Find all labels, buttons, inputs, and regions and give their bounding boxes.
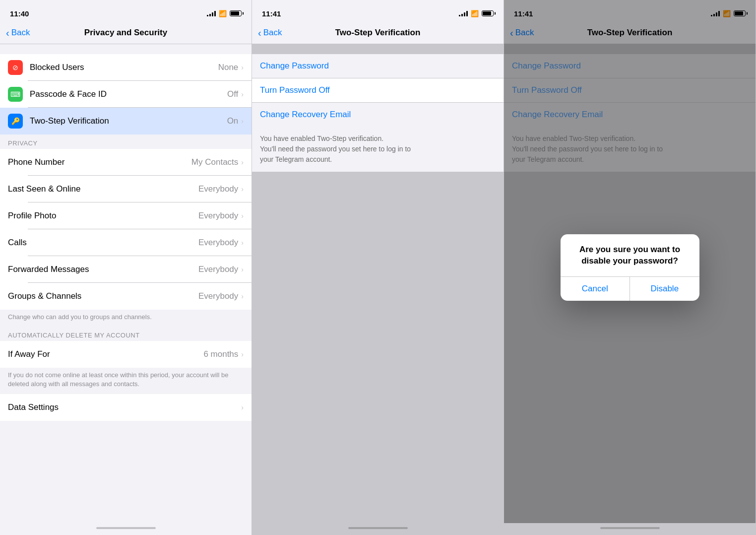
groups-channels-item[interactable]: Groups & Channels Everybody › [0, 283, 252, 310]
privacy-list: Phone Number My Contacts › Last Seen & O… [0, 149, 252, 310]
groups-channels-value: Everybody [198, 291, 238, 301]
dialog-title: Are you sure you want to disable your pa… [568, 244, 692, 266]
home-bar-2 [348, 527, 408, 529]
privacy-footer: Change who can add you to groups and cha… [0, 310, 252, 327]
back-chevron-2: ‹ [258, 27, 261, 39]
blocked-users-label: Blocked Users [30, 63, 218, 72]
passcode-chevron: › [241, 90, 244, 98]
if-away-item[interactable]: If Away For 6 months › [0, 341, 252, 368]
two-step-chevron: › [241, 117, 244, 125]
data-settings-chevron: › [241, 403, 244, 411]
calls-value: Everybody [198, 238, 238, 248]
calls-label: Calls [8, 238, 198, 248]
dialog-buttons: Cancel Disable [561, 277, 699, 301]
phone-number-label: Phone Number [8, 157, 191, 167]
forwarded-messages-item[interactable]: Forwarded Messages Everybody › [0, 256, 252, 283]
back-button-1[interactable]: ‹ Back [6, 27, 30, 39]
auto-delete-section-header: Automatically Delete My Account [0, 327, 252, 341]
battery-icon-2 [482, 10, 494, 16]
nav-bar-2: ‹ Back Two-Step Verification [252, 22, 504, 44]
blocked-users-chevron: › [241, 64, 244, 71]
change-password-item-2[interactable]: Change Password [252, 54, 504, 78]
cancel-button[interactable]: Cancel [561, 277, 630, 301]
back-button-2[interactable]: ‹ Back [258, 27, 282, 39]
security-list: ⊘ Blocked Users None › ⌨ Passcode & Face… [0, 54, 252, 134]
status-icons-2: 📶 [459, 10, 494, 17]
status-bar-1: 11:40 📶 [0, 0, 252, 22]
panel2: 11:41 📶 ‹ Back Two-Step Verification Cha… [252, 0, 504, 535]
disable-button[interactable]: Disable [630, 277, 699, 301]
privacy-section-header: Privacy [0, 134, 252, 149]
two-step-description-2: You have enabled Two-Step verification.Y… [252, 127, 504, 172]
profile-photo-value: Everybody [198, 211, 238, 221]
status-time-1: 11:40 [10, 9, 29, 18]
profile-photo-item[interactable]: Profile Photo Everybody › [0, 202, 252, 229]
two-step-value: On [227, 116, 239, 126]
turn-password-off-item-2[interactable]: Turn Password Off [252, 78, 504, 103]
profile-photo-chevron: › [241, 212, 244, 220]
auto-delete-list: If Away For 6 months › [0, 341, 252, 368]
turn-password-off-label-2: Turn Password Off [260, 85, 330, 95]
two-step-label: Two-Step Verification [30, 116, 227, 126]
data-settings-list: Data Settings › [0, 394, 252, 421]
groups-channels-chevron: › [241, 292, 244, 300]
passcode-item[interactable]: ⌨ Passcode & Face ID Off › [0, 81, 252, 108]
two-step-item[interactable]: 🔑 Two-Step Verification On › [0, 108, 252, 134]
back-label-1: Back [11, 28, 30, 38]
signal-icon-2 [459, 10, 468, 16]
status-icons-1: 📶 [207, 10, 242, 17]
confirm-dialog: Are you sure you want to disable your pa… [561, 234, 699, 300]
dialog-backdrop: Are you sure you want to disable your pa… [504, 0, 756, 535]
phone-number-item[interactable]: Phone Number My Contacts › [0, 149, 252, 176]
battery-icon-1 [230, 10, 242, 16]
change-recovery-email-label-2: Change Recovery Email [260, 110, 351, 119]
if-away-value: 6 months [203, 349, 238, 359]
blocked-users-value: None [218, 63, 239, 72]
status-time-2: 11:41 [262, 9, 281, 18]
forwarded-messages-chevron: › [241, 266, 244, 273]
passcode-value: Off [227, 89, 238, 99]
forwarded-messages-label: Forwarded Messages [8, 265, 198, 274]
groups-channels-label: Groups & Channels [8, 291, 198, 301]
change-recovery-email-item-2[interactable]: Change Recovery Email [252, 103, 504, 127]
last-seen-label: Last Seen & Online [8, 184, 198, 194]
two-step-icon: 🔑 [8, 114, 23, 129]
if-away-chevron: › [241, 350, 244, 358]
two-step-list-2: Change Password Turn Password Off Change… [252, 54, 504, 127]
calls-item[interactable]: Calls Everybody › [0, 229, 252, 256]
change-password-label-2: Change Password [260, 61, 329, 70]
nav-bar-1: ‹ Back Privacy and Security [0, 22, 252, 44]
phone-number-value: My Contacts [191, 157, 238, 167]
status-bar-2: 11:41 📶 [252, 0, 504, 22]
if-away-label: If Away For [8, 349, 203, 359]
calls-chevron: › [241, 239, 244, 247]
panel1: 11:40 📶 ‹ Back Privacy and Security [0, 0, 252, 535]
profile-photo-label: Profile Photo [8, 211, 198, 221]
dialog-content: Are you sure you want to disable your pa… [561, 234, 699, 276]
passcode-label: Passcode & Face ID [30, 89, 227, 99]
passcode-icon: ⌨ [8, 87, 23, 102]
auto-delete-footer: If you do not come online at least once … [0, 368, 252, 394]
blocked-users-icon: ⊘ [8, 60, 23, 75]
last-seen-item[interactable]: Last Seen & Online Everybody › [0, 176, 252, 202]
back-chevron-1: ‹ [6, 27, 9, 39]
last-seen-value: Everybody [198, 184, 238, 194]
two-step-desc-text-2: You have enabled Two-Step verification.Y… [260, 134, 411, 163]
nav-title-2: Two-Step Verification [335, 28, 421, 38]
forwarded-messages-value: Everybody [198, 265, 238, 274]
blocked-users-item[interactable]: ⊘ Blocked Users None › [0, 54, 252, 81]
panel3: 11:41 📶 ‹ Back Two-Step Verification Cha… [504, 0, 756, 535]
wifi-icon-2: 📶 [471, 10, 479, 17]
last-seen-chevron: › [241, 185, 244, 193]
signal-icon-1 [207, 10, 216, 16]
data-settings-item[interactable]: Data Settings › [0, 394, 252, 421]
phone-number-chevron: › [241, 158, 244, 166]
data-settings-label: Data Settings [8, 402, 241, 412]
home-bar-1 [96, 527, 156, 529]
home-bar-3 [600, 527, 660, 529]
nav-title-1: Privacy and Security [84, 28, 167, 38]
back-label-2: Back [263, 28, 282, 38]
wifi-icon-1: 📶 [219, 10, 227, 17]
